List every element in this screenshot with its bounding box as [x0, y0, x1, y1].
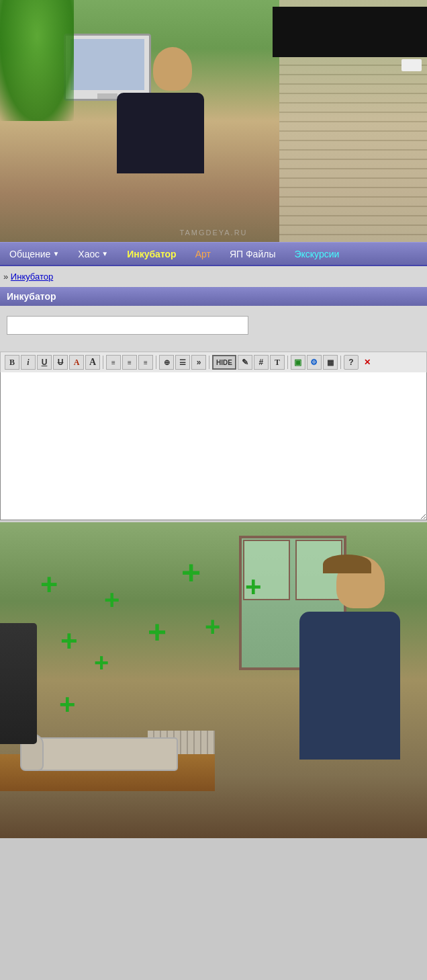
haos-arrow: ▼: [101, 250, 108, 257]
toolbar-text-button[interactable]: T: [270, 355, 285, 370]
toolbar-align-center-button[interactable]: ≡: [122, 355, 137, 370]
nav-item-ekskursii[interactable]: Экскурсии: [285, 243, 348, 265]
toolbar-link-button[interactable]: ⊕: [159, 355, 174, 370]
toolbar-separator-2: [156, 356, 156, 369]
toolbar-separator-1: [103, 356, 103, 369]
section-header: Инкубатор: [0, 287, 427, 306]
toolbar-close-button[interactable]: ✕: [360, 355, 375, 370]
toolbar-help-button[interactable]: ?: [344, 355, 359, 370]
toolbar-font-size-button[interactable]: A: [85, 355, 100, 370]
toolbar-more-button[interactable]: »: [191, 355, 206, 370]
toolbar-image-button[interactable]: ▣: [291, 355, 305, 370]
toolbar-font-color-button[interactable]: A: [69, 355, 84, 370]
toolbar-separator-4: [287, 356, 288, 369]
main-content: Инкубатор B i U U A A ≡ ≡ ≡ ⊕ ☰ » HIDE ✎…: [0, 287, 427, 522]
toolbar-strikethrough-button[interactable]: U: [53, 355, 68, 370]
toolbar-underline-button[interactable]: U: [37, 355, 52, 370]
title-input[interactable]: [7, 316, 248, 335]
navigation-bar: Общение ▼ Хаос ▼ Инкубатор Арт ЯП Файлы …: [0, 242, 427, 266]
toolbar-hash-button[interactable]: #: [254, 355, 269, 370]
toolbar-flash-button[interactable]: ⚙: [307, 355, 322, 370]
toolbar-separator-3: [209, 356, 209, 369]
toolbar-list-button[interactable]: ☰: [175, 355, 190, 370]
keyboard: [37, 737, 178, 771]
person-right: [323, 556, 400, 760]
toolbar-hide-button[interactable]: HIDE: [212, 355, 236, 370]
person-left-decoration: [141, 47, 204, 173]
form-area: [0, 306, 427, 352]
black-overlay: [273, 7, 427, 57]
toolbar-bold-button[interactable]: B: [5, 355, 19, 370]
nav-item-art[interactable]: Арт: [186, 243, 220, 265]
toolbar-separator-5: [340, 356, 341, 369]
monitor-decoration: [64, 34, 151, 101]
nav-item-obshenie[interactable]: Общение ▼: [0, 243, 68, 265]
nav-item-inkubator[interactable]: Инкубатор: [117, 243, 186, 265]
obshenie-arrow: ▼: [52, 250, 59, 257]
breadcrumb-link-inkubator[interactable]: Инкубатор: [11, 272, 53, 282]
toolbar-align-right-button[interactable]: ≡: [138, 355, 153, 370]
breadcrumb: » Инкубатор: [0, 266, 427, 287]
nav-item-haos[interactable]: Хаос ▼: [68, 243, 117, 265]
editor-toolbar: B i U U A A ≡ ≡ ≡ ⊕ ☰ » HIDE ✎ # T ▣ ⚙ ▦…: [0, 352, 427, 372]
plants-decoration: [0, 0, 74, 121]
white-element: [401, 59, 422, 71]
nav-item-yap-faily[interactable]: ЯП Файлы: [220, 243, 285, 265]
editor-textarea[interactable]: [0, 372, 427, 520]
monitor-left-edge: [0, 623, 37, 744]
toolbar-edit-button[interactable]: ✎: [238, 355, 252, 370]
toolbar-table-button[interactable]: ▦: [323, 355, 338, 370]
toolbar-italic-button[interactable]: i: [21, 355, 36, 370]
top-banner-image: TAMGDEYA.RU: [0, 0, 427, 242]
toolbar-align-left-button[interactable]: ≡: [106, 355, 121, 370]
breadcrumb-separator: »: [3, 272, 8, 282]
watermark: TAMGDEYA.RU: [179, 229, 247, 237]
title-row: [7, 316, 420, 335]
editor-container: [0, 372, 427, 522]
bottom-banner-image: + + + + + + + + + +: [0, 522, 427, 838]
